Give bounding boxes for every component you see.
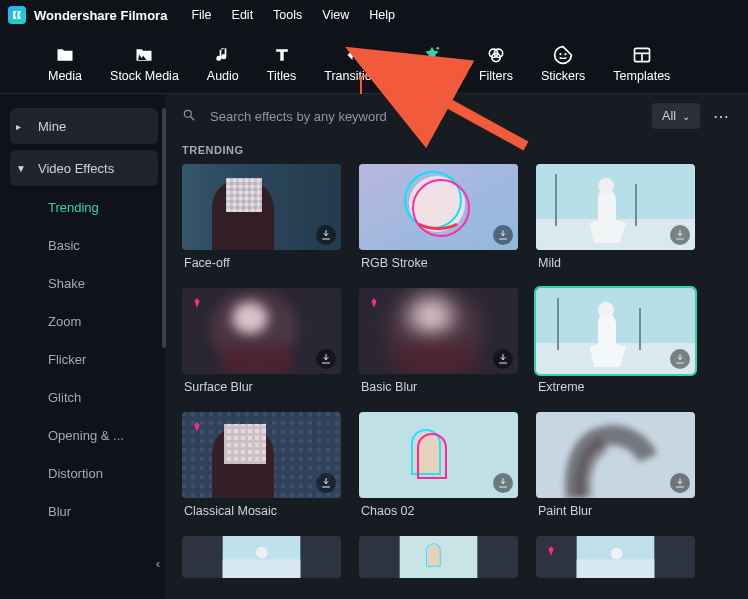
effect-thumbnail[interactable] bbox=[359, 288, 518, 374]
chevron-down-icon: ⌄ bbox=[682, 111, 690, 122]
tab-audio[interactable]: Audio bbox=[193, 45, 253, 93]
download-icon[interactable] bbox=[670, 349, 690, 369]
sidebar-item-trending[interactable]: Trending bbox=[0, 188, 158, 226]
collapse-sidebar-button[interactable]: ‹ bbox=[148, 545, 168, 581]
sidebar-item-flicker[interactable]: Flicker bbox=[0, 340, 158, 378]
effect-thumbnail[interactable] bbox=[359, 412, 518, 498]
effects-icon bbox=[422, 45, 442, 65]
svg-rect-31 bbox=[222, 346, 292, 374]
titles-icon bbox=[272, 45, 292, 65]
tab-titles[interactable]: Titles bbox=[253, 45, 310, 93]
effect-card[interactable]: Basic Blur bbox=[359, 288, 518, 394]
tab-label: Audio bbox=[207, 69, 239, 83]
effects-grid: Face-offRGB StrokeMildSurface BlurBasic … bbox=[166, 164, 748, 594]
sidebar-item-blur[interactable]: Blur bbox=[0, 492, 158, 530]
effect-thumbnail[interactable] bbox=[182, 288, 341, 374]
effect-card[interactable]: Face-off bbox=[182, 164, 341, 270]
filters-icon bbox=[486, 45, 506, 65]
sidebar-label: Mine bbox=[38, 119, 66, 134]
menu-edit[interactable]: Edit bbox=[232, 8, 254, 22]
download-icon[interactable] bbox=[493, 225, 513, 245]
app-logo bbox=[8, 6, 26, 24]
effect-label: Mild bbox=[536, 256, 695, 270]
effect-card[interactable]: RGB Stroke bbox=[359, 164, 518, 270]
effect-thumbnail[interactable] bbox=[536, 288, 695, 374]
sidebar-item-opening[interactable]: Opening & ... bbox=[0, 416, 158, 454]
search-input[interactable] bbox=[208, 108, 642, 125]
svg-rect-51 bbox=[223, 559, 301, 578]
download-icon[interactable] bbox=[316, 473, 336, 493]
effect-label: Face-off bbox=[182, 256, 341, 270]
title-bar: Wondershare Filmora File Edit Tools View… bbox=[0, 0, 748, 30]
tab-transitions[interactable]: Transitions bbox=[310, 45, 399, 93]
transitions-icon bbox=[345, 45, 365, 65]
tab-filters[interactable]: Filters bbox=[465, 45, 527, 93]
effect-label: RGB Stroke bbox=[359, 256, 518, 270]
effect-thumbnail[interactable] bbox=[536, 412, 695, 498]
menu-file[interactable]: File bbox=[191, 8, 211, 22]
stickers-icon bbox=[553, 45, 573, 65]
section-title-trending: TRENDING bbox=[166, 138, 748, 164]
chevron-right-icon: ▸ bbox=[16, 121, 21, 132]
chevron-down-icon: ▼ bbox=[16, 163, 26, 174]
more-button[interactable]: ⋯ bbox=[710, 107, 732, 126]
effect-card[interactable]: Extreme bbox=[536, 288, 695, 394]
search-row: All ⌄ ⋯ bbox=[166, 94, 748, 138]
effect-card[interactable] bbox=[182, 536, 341, 578]
sidebar-items: Trending Basic Shake Zoom Flicker Glitch… bbox=[0, 188, 164, 530]
svg-rect-35 bbox=[395, 344, 475, 374]
stock-icon bbox=[134, 45, 154, 65]
effect-thumbnail[interactable] bbox=[536, 536, 695, 578]
sidebar-item-glitch[interactable]: Glitch bbox=[0, 378, 158, 416]
effect-card[interactable]: Surface Blur bbox=[182, 288, 341, 394]
sidebar-group-mine[interactable]: ▸ Mine bbox=[10, 108, 158, 144]
effect-card[interactable] bbox=[359, 536, 518, 578]
download-icon[interactable] bbox=[670, 473, 690, 493]
tab-label: Titles bbox=[267, 69, 296, 83]
svg-point-52 bbox=[256, 547, 268, 559]
effect-card[interactable] bbox=[536, 536, 695, 578]
tab-stock-media[interactable]: Stock Media bbox=[96, 45, 193, 93]
effect-card[interactable]: Chaos 02 bbox=[359, 412, 518, 518]
menu-tools[interactable]: Tools bbox=[273, 8, 302, 22]
download-icon[interactable] bbox=[316, 225, 336, 245]
tab-templates[interactable]: Templates bbox=[599, 45, 684, 93]
svg-line-11 bbox=[191, 116, 195, 120]
svg-point-10 bbox=[184, 110, 191, 117]
premium-heart-icon bbox=[187, 293, 207, 313]
tab-effects[interactable]: Effects bbox=[399, 45, 465, 93]
effect-card[interactable]: Mild bbox=[536, 164, 695, 270]
tab-media[interactable]: Media bbox=[34, 45, 96, 93]
sidebar-item-basic[interactable]: Basic bbox=[0, 226, 158, 264]
svg-point-34 bbox=[409, 298, 453, 334]
svg-point-27 bbox=[598, 178, 614, 194]
tab-stickers[interactable]: Stickers bbox=[527, 45, 599, 93]
templates-icon bbox=[632, 45, 652, 65]
download-icon[interactable] bbox=[670, 225, 690, 245]
download-icon[interactable] bbox=[316, 349, 336, 369]
effect-thumbnail[interactable] bbox=[359, 164, 518, 250]
sidebar: ▸ Mine ▼ Video Effects Trending Basic Sh… bbox=[0, 94, 166, 599]
sidebar-group-video-effects[interactable]: ▼ Video Effects bbox=[10, 150, 158, 186]
download-icon[interactable] bbox=[493, 349, 513, 369]
svg-point-30 bbox=[232, 302, 268, 334]
effect-label: Classical Mosaic bbox=[182, 504, 341, 518]
sidebar-item-distortion[interactable]: Distortion bbox=[0, 454, 158, 492]
tab-label: Filters bbox=[479, 69, 513, 83]
sidebar-item-zoom[interactable]: Zoom bbox=[0, 302, 158, 340]
effect-thumbnail[interactable] bbox=[359, 536, 518, 578]
effect-card[interactable]: Paint Blur bbox=[536, 412, 695, 518]
effect-card[interactable]: Classical Mosaic bbox=[182, 412, 341, 518]
search-icon bbox=[182, 108, 196, 125]
effect-thumbnail[interactable] bbox=[182, 412, 341, 498]
sidebar-item-shake[interactable]: Shake bbox=[0, 264, 158, 302]
effect-thumbnail[interactable] bbox=[182, 536, 341, 578]
effect-thumbnail[interactable] bbox=[536, 164, 695, 250]
menu-view[interactable]: View bbox=[322, 8, 349, 22]
menu-help[interactable]: Help bbox=[369, 8, 395, 22]
svg-rect-43 bbox=[224, 424, 266, 464]
download-icon[interactable] bbox=[493, 473, 513, 493]
tab-label: Stock Media bbox=[110, 69, 179, 83]
effect-thumbnail[interactable] bbox=[182, 164, 341, 250]
filter-dropdown[interactable]: All ⌄ bbox=[652, 103, 700, 129]
